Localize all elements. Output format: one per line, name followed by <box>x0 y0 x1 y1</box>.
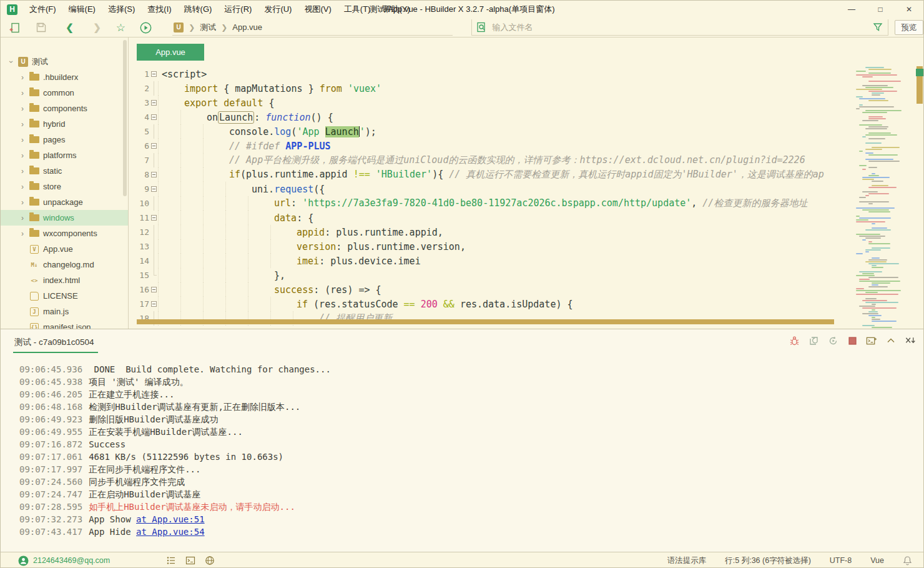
log-timestamp: 09:06:46.205 <box>19 389 82 402</box>
sync-device-icon[interactable] <box>808 335 819 346</box>
navigate-forward-icon[interactable]: ❯ <box>91 21 104 34</box>
fold-marker-icon[interactable] <box>149 139 158 153</box>
search-input[interactable] <box>492 22 888 32</box>
tree-item-manifest.json[interactable]: {}manifest.json <box>1 319 128 329</box>
breadcrumb-file[interactable]: App.vue <box>232 22 262 32</box>
tree-item-changelog.md[interactable]: M↓changelog.md <box>1 257 128 272</box>
preview-button[interactable]: 预览 <box>895 20 923 35</box>
close-button[interactable]: ✕ <box>895 1 923 18</box>
minimap-line <box>872 304 876 305</box>
line-number: 17 <box>134 299 149 309</box>
tree-item-index.html[interactable]: <>index.html <box>1 272 128 288</box>
terminal-icon[interactable] <box>185 556 195 566</box>
sidebar-scrollbar[interactable] <box>123 40 127 196</box>
tree-item-static[interactable]: ›static <box>1 163 128 179</box>
tree-item-.hbuilderx[interactable]: ›.hbuilderx <box>1 69 128 85</box>
tree-item-main.js[interactable]: Jmain.js <box>1 304 128 319</box>
fold-marker-icon[interactable] <box>149 182 158 196</box>
tree-item-unpackage[interactable]: ›unpackage <box>1 194 128 210</box>
vertical-scrollbar[interactable] <box>916 61 923 329</box>
minimap-line <box>868 161 900 162</box>
tree-item-pages[interactable]: ›pages <box>1 132 128 147</box>
console-tab[interactable]: 测试 - c7a09b1c0504 <box>13 334 98 353</box>
chevron-collapsed-icon[interactable]: › <box>18 182 27 191</box>
minimap-line <box>859 98 885 99</box>
fold-marker-icon[interactable] <box>149 211 158 225</box>
filter-funnel-icon[interactable] <box>873 22 883 32</box>
minimize-button[interactable]: — <box>837 1 866 18</box>
chevron-collapsed-icon[interactable]: › <box>18 167 27 176</box>
menu-item[interactable]: 编辑(E) <box>62 1 102 17</box>
tree-item-platforms[interactable]: ›platforms <box>1 147 128 163</box>
minimap[interactable] <box>853 61 916 329</box>
syntax-library[interactable]: 语法提示库 <box>667 556 707 566</box>
chevron-expanded-icon[interactable]: › <box>7 57 16 66</box>
token: // #ifdef <box>229 141 285 152</box>
indent-guide <box>203 124 225 139</box>
navigate-back-icon[interactable]: ❮ <box>63 21 77 34</box>
tree-item-windows[interactable]: ›windows <box>1 210 128 226</box>
json-file-icon: {} <box>30 323 39 329</box>
save-icon[interactable] <box>34 21 48 34</box>
breadcrumb-project[interactable]: 测试 <box>200 22 216 33</box>
token: () { <box>311 112 333 123</box>
chevron-collapsed-icon[interactable]: › <box>18 151 27 160</box>
fold-marker-icon[interactable] <box>149 167 158 182</box>
menu-item[interactable]: 选择(S) <box>102 1 141 17</box>
menu-item[interactable]: 发行(U) <box>258 1 298 17</box>
source-link[interactable]: at App.vue:54 <box>136 527 205 539</box>
tree-item-common[interactable]: ›common <box>1 85 128 101</box>
maximize-button[interactable]: □ <box>866 1 895 18</box>
chevron-collapsed-icon[interactable]: › <box>18 229 27 238</box>
collapse-panel-icon[interactable] <box>885 335 897 346</box>
fold-marker-icon[interactable] <box>149 297 158 311</box>
chevron-collapsed-icon[interactable]: › <box>18 73 27 82</box>
restart-icon[interactable] <box>827 335 838 346</box>
bell-icon[interactable] <box>903 556 912 566</box>
chevron-collapsed-icon[interactable]: › <box>18 89 27 97</box>
new-terminal-icon[interactable] <box>866 335 877 346</box>
minimap-line <box>872 147 900 148</box>
file-type[interactable]: Vue <box>870 556 884 565</box>
bookmark-star-icon[interactable]: ☆ <box>114 21 127 34</box>
menu-item[interactable]: 文件(F) <box>23 1 62 17</box>
debug-icon[interactable] <box>789 335 800 346</box>
tree-item-hybrid[interactable]: ›hybrid <box>1 116 128 132</box>
fold-marker-icon[interactable] <box>149 110 158 124</box>
outline-list-icon[interactable] <box>166 556 176 566</box>
cursor-position[interactable]: 行:5 列:36 (6字符被选择) <box>725 556 811 566</box>
account[interactable]: 2124643469@qq.com <box>18 556 110 566</box>
menu-item[interactable]: 跳转(G) <box>178 1 219 17</box>
minimap-line <box>862 169 866 170</box>
chevron-collapsed-icon[interactable]: › <box>18 136 27 144</box>
chevron-collapsed-icon[interactable]: › <box>18 104 27 113</box>
code-line-17: 17if (res.statusCode == 200 && res.data.… <box>134 297 853 311</box>
minimap-line <box>856 253 863 254</box>
tree-project-测试[interactable]: ›U测试 <box>1 54 128 69</box>
tree-item-license[interactable]: LICENSE <box>1 288 128 304</box>
source-link[interactable]: at App.vue:51 <box>136 514 205 527</box>
tree-item-app.vue[interactable]: VApp.vue <box>1 241 128 257</box>
horizontal-scrollbar[interactable] <box>137 319 834 324</box>
stop-icon[interactable] <box>847 335 858 346</box>
chevron-collapsed-icon[interactable]: › <box>18 198 27 207</box>
chevron-collapsed-icon[interactable]: › <box>18 214 27 222</box>
menu-item[interactable]: 查找(I) <box>141 1 177 17</box>
run-icon[interactable] <box>139 21 152 34</box>
code-editor[interactable]: 1<script>2import { mapMutations } from '… <box>129 61 853 329</box>
tree-item-components[interactable]: ›components <box>1 101 128 116</box>
menu-item[interactable]: 运行(R) <box>218 1 258 17</box>
tree-item-wxcomponents[interactable]: ›wxcomponents <box>1 226 128 241</box>
menu-item[interactable]: 视图(V) <box>298 1 337 17</box>
encoding[interactable]: UTF-8 <box>830 556 852 565</box>
clear-log-icon[interactable] <box>905 335 916 346</box>
network-globe-icon[interactable] <box>205 556 215 566</box>
chevron-collapsed-icon[interactable]: › <box>18 120 27 129</box>
new-file-icon[interactable] <box>8 21 22 34</box>
fold-marker-icon[interactable] <box>149 67 158 81</box>
tree-item-store[interactable]: ›store <box>1 179 128 194</box>
tab-app-vue[interactable]: App.vue <box>137 44 204 61</box>
fold-marker-icon[interactable] <box>149 96 158 110</box>
code-text: // #ifdef APP-PLUS <box>225 141 331 152</box>
fold-marker-icon[interactable] <box>149 282 158 297</box>
